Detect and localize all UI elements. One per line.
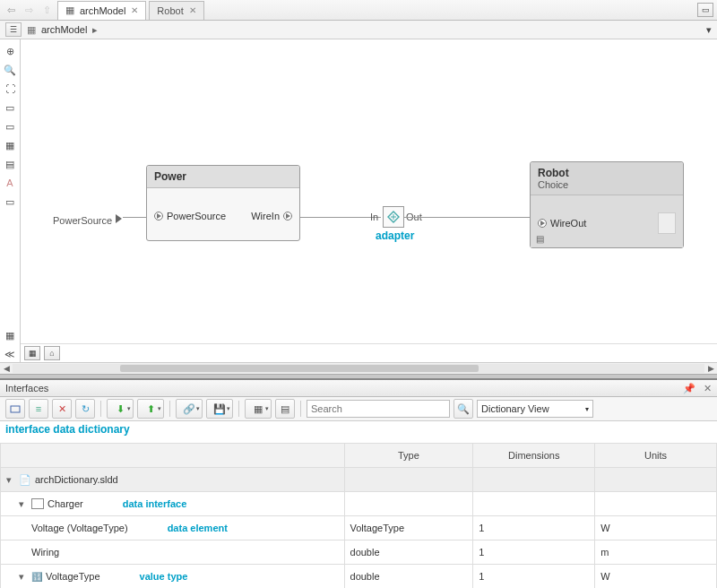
delete-button[interactable]: ✕ — [52, 399, 72, 419]
zoom-in-icon[interactable]: 🔍 — [2, 62, 18, 78]
variant-choice-icon — [658, 212, 676, 234]
outport-label: WireIn — [251, 211, 280, 221]
editor-area: ⊕ 🔍 ⛶ ▭ ▭ ▦ ▤ A ▭ ▦ ≪ PowerSource Power … — [0, 39, 717, 362]
wire[interactable] — [404, 217, 530, 218]
interfaces-toolbar: ≡ ✕ ↻ ⬇▾ ⬆▾ 🔗▾ 💾▾ ▦▾ ▤ 🔍 Dictionary View… — [0, 397, 717, 421]
nav-forward-icon[interactable]: ⇨ — [22, 3, 36, 17]
valuetype-icon: 🔢 — [31, 572, 42, 582]
zoom-fit-icon[interactable]: ⊕ — [2, 43, 18, 59]
text-icon[interactable]: A — [2, 175, 18, 191]
close-icon[interactable]: ✕ — [131, 5, 138, 15]
breadcrumb-root[interactable]: archModel — [41, 24, 87, 35]
tab-archmodel[interactable]: ▦ archModel ✕ — [57, 1, 146, 20]
interfaces-panel: Interfaces 📌 ✕ ≡ ✕ ↻ ⬇▾ ⬆▾ 🔗▾ 💾▾ ▦▾ ▤ 🔍 … — [0, 379, 717, 588]
canvas-wrap: PowerSource Power PowerSource WireIn In — [21, 39, 717, 362]
add-element-button[interactable]: ≡ — [29, 399, 48, 419]
toggle-panel-icon[interactable]: ≪ — [2, 346, 18, 362]
search-input[interactable] — [307, 400, 450, 418]
table-row[interactable]: ▾ Chargerdata interface — [1, 492, 717, 516]
refresh-button[interactable]: ↻ — [75, 399, 95, 419]
close-icon[interactable]: ✕ — [189, 5, 196, 15]
wire[interactable] — [123, 217, 146, 218]
fit-icon[interactable]: ⛶ — [2, 81, 18, 97]
block-subtitle: Choice — [538, 179, 676, 190]
dictionary-icon: 📄 — [19, 474, 31, 486]
inport-icon[interactable] — [538, 219, 547, 228]
search-button[interactable]: 🔍 — [454, 399, 473, 419]
wire[interactable] — [300, 217, 381, 218]
adapter-block[interactable] — [383, 206, 404, 228]
block-title: Power — [147, 166, 299, 188]
table-row-root[interactable]: ▾📄 archDictionary.sldd — [1, 468, 717, 492]
save-button[interactable]: 💾▾ — [206, 399, 233, 419]
col-name — [1, 444, 345, 468]
breadcrumb-icon: ▦ — [27, 24, 36, 36]
tab-robot[interactable]: Robot ✕ — [149, 1, 203, 20]
table-row[interactable]: ▾🔢 VoltageTypevalue type double1W — [1, 565, 717, 589]
model-browser-button[interactable]: ☰ — [5, 22, 22, 37]
col-units: Units — [595, 444, 717, 468]
overview-icon[interactable]: ▦ — [2, 327, 18, 343]
interfaces-panel-header: Interfaces 📌 ✕ — [0, 380, 717, 397]
editor-tab-bar: ⇦ ⇨ ⇧ ▦ archModel ✕ Robot ✕ ▭ — [0, 0, 717, 21]
palette: ⊕ 🔍 ⛶ ▭ ▭ ▦ ▤ A ▭ ▦ ≪ — [0, 39, 21, 362]
annotation-dictionary: interface data dictionary — [0, 421, 717, 443]
export-button[interactable]: ⬆▾ — [137, 399, 164, 419]
tab-label: Robot — [157, 5, 183, 16]
subsystem-icon[interactable]: ▭ — [2, 118, 18, 134]
interfaces-table: Type Dimensions Units ▾📄 archDictionary.… — [0, 443, 717, 588]
panel-title: Interfaces — [5, 383, 48, 393]
canvas-footer: ▦ ⌂ — [21, 343, 717, 362]
filter-button[interactable]: ▦▾ — [245, 399, 272, 419]
collapse-button[interactable]: ▤ — [275, 399, 295, 419]
annotation-icon[interactable]: ▭ — [2, 194, 18, 210]
pin-icon[interactable]: 📌 — [683, 383, 695, 393]
nav-back-icon[interactable]: ⇦ — [4, 3, 18, 17]
component-icon[interactable]: ▭ — [2, 99, 18, 116]
view-mode-select[interactable]: Dictionary View▾ — [477, 400, 593, 418]
import-button[interactable]: ⬇▾ — [107, 399, 134, 419]
panel-actions: 📌 ✕ — [683, 383, 712, 394]
close-icon[interactable]: ✕ — [704, 383, 712, 393]
tab-label: archModel — [80, 5, 125, 16]
annotation-adapter: adapter — [376, 229, 414, 242]
chevron-down-icon: ▾ — [585, 405, 589, 413]
svg-rect-0 — [11, 406, 20, 412]
port-arrow-icon[interactable] — [116, 214, 122, 223]
table-row[interactable]: Wiring double1m — [1, 540, 717, 565]
link-button[interactable]: 🔗▾ — [176, 399, 203, 419]
inport-icon[interactable] — [154, 212, 163, 220]
add-interface-button[interactable] — [5, 399, 25, 419]
variant-icon[interactable]: ▦ — [2, 137, 18, 153]
external-port-label: PowerSource — [53, 215, 112, 226]
canvas[interactable]: PowerSource Power PowerSource WireIn In — [21, 39, 717, 344]
window-options-button[interactable]: ▭ — [697, 3, 713, 17]
show-hierarchy-button[interactable]: ⌂ — [44, 346, 60, 360]
col-type: Type — [344, 444, 473, 468]
table-header-row: Type Dimensions Units — [1, 444, 717, 468]
ref-icon[interactable]: ▤ — [2, 156, 18, 172]
dropdown-caret-icon[interactable]: ▾ — [706, 24, 712, 36]
breadcrumb: ☰ ▦ archModel ▸ ▾ — [0, 21, 717, 39]
show-perspectives-button[interactable]: ▦ — [24, 346, 40, 360]
nav-up-icon[interactable]: ⇧ — [39, 3, 54, 17]
block-power[interactable]: Power PowerSource WireIn — [146, 165, 300, 241]
model-icon: ▦ — [65, 6, 74, 15]
variant-badge-icon: ▤ — [536, 234, 544, 244]
inport-label: WireOut — [550, 218, 586, 229]
table-row[interactable]: Voltage (VoltageType)data element Voltag… — [1, 516, 717, 540]
interface-icon — [31, 498, 44, 509]
horizontal-scrollbar[interactable]: ◀ ▶ — [0, 362, 717, 374]
inport-label: PowerSource — [167, 211, 226, 221]
outport-icon[interactable] — [283, 212, 292, 220]
adapter-in-label: In — [370, 212, 378, 222]
col-dims: Dimensions — [473, 444, 595, 468]
block-robot[interactable]: Robot Choice WireOut ▤ — [530, 161, 684, 248]
chevron-right-icon: ▸ — [92, 24, 98, 36]
adapter-icon — [386, 210, 401, 224]
block-title: Robot — [538, 167, 676, 179]
